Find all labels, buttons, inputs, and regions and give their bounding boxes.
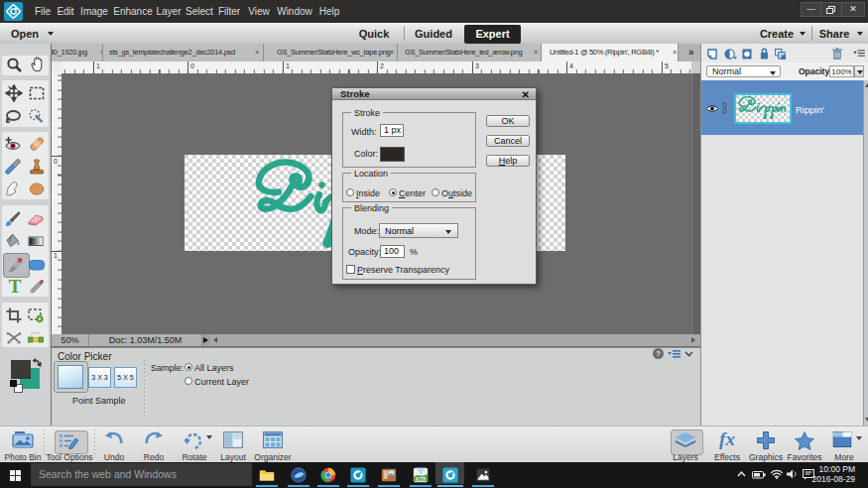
svg-text:Maps: Maps — [417, 477, 425, 481]
